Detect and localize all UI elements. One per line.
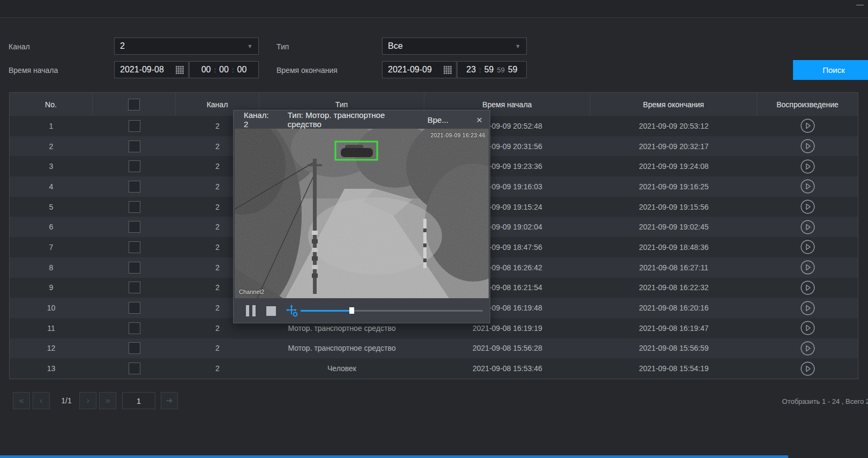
row-end-time: 2021-09-09 19:16:25 xyxy=(590,176,757,197)
row-play-button[interactable] xyxy=(800,159,815,174)
row-end-time: 2021-09-09 18:48:36 xyxy=(590,237,757,257)
next-page-button[interactable]: › xyxy=(79,392,96,409)
row-play-button[interactable] xyxy=(800,220,815,234)
type-label: Тип xyxy=(276,42,289,51)
row-checkbox[interactable] xyxy=(129,160,140,172)
type-select-value: Все xyxy=(388,41,403,51)
row-checkbox[interactable] xyxy=(129,120,140,132)
bottom-progress-bar xyxy=(0,455,788,458)
progress-handle[interactable] xyxy=(349,307,354,314)
row-number: 7 xyxy=(10,237,93,257)
start-seconds: 00 xyxy=(237,65,247,75)
start-date-value: 2021-09-08 xyxy=(120,65,164,75)
chevron-down-icon: ▼ xyxy=(515,43,521,49)
row-checkbox[interactable] xyxy=(129,241,140,253)
row-checkbox[interactable] xyxy=(129,342,140,354)
row-channel: 2 xyxy=(176,358,259,379)
header-playback: Воспроизведение xyxy=(757,93,858,116)
row-checkbox[interactable] xyxy=(129,201,140,213)
progress-fill xyxy=(301,310,351,312)
table-row[interactable]: 122Мотор. транспортное средство2021-09-0… xyxy=(10,338,858,359)
time-separator: : xyxy=(232,66,234,74)
smart-track-icon[interactable] xyxy=(286,305,299,317)
row-number: 2 xyxy=(10,136,93,157)
row-number: 1 xyxy=(10,116,93,136)
row-number: 9 xyxy=(10,278,93,298)
time-separator: 59 xyxy=(497,66,504,74)
stop-button[interactable] xyxy=(266,306,276,316)
row-checkbox[interactable] xyxy=(129,262,140,274)
row-start-time: 2021-09-08 15:56:28 xyxy=(424,338,590,359)
minimize-icon[interactable]: — xyxy=(856,0,864,9)
channel-select-value: 2 xyxy=(120,41,125,51)
row-checkbox[interactable] xyxy=(129,221,140,233)
end-time-field[interactable]: 23:595959 xyxy=(457,61,527,78)
header-no: No. xyxy=(10,93,93,116)
row-end-time: 2021-09-09 19:02:45 xyxy=(590,217,757,237)
pause-button[interactable] xyxy=(246,305,256,316)
chevron-down-icon: ▼ xyxy=(247,43,253,49)
row-play-button[interactable] xyxy=(800,179,815,194)
video-preview-popup: Канал: 2 Тип: Мотор. транспортное средст… xyxy=(233,110,490,323)
row-end-time: 2021-09-08 16:20:16 xyxy=(590,298,757,318)
row-checkbox[interactable] xyxy=(129,181,140,193)
go-to-page-button[interactable]: ➜ xyxy=(161,392,178,409)
row-play-button[interactable] xyxy=(800,139,815,153)
row-start-time: 2021-09-08 15:53:46 xyxy=(424,358,590,379)
start-hours: 00 xyxy=(201,65,211,75)
row-play-button[interactable] xyxy=(800,200,815,214)
row-play-button[interactable] xyxy=(800,301,815,315)
row-end-time: 2021-09-08 16:22:32 xyxy=(590,278,757,298)
progress-slider[interactable] xyxy=(301,310,483,312)
row-number: 12 xyxy=(10,338,93,359)
start-date-field[interactable]: 2021-09-08 xyxy=(114,61,189,78)
video-osd-channel: Channel2 xyxy=(239,289,264,295)
row-end-time: 2021-09-08 15:56:59 xyxy=(590,338,757,359)
start-minutes: 00 xyxy=(219,65,229,75)
select-all-checkbox[interactable] xyxy=(128,99,140,110)
popup-title-type: Тип: Мотор. транспортное средство xyxy=(288,110,414,129)
row-end-time: 2021-09-09 19:15:56 xyxy=(590,197,757,217)
row-type: Человек xyxy=(259,358,424,379)
end-date-field[interactable]: 2021-09-09 xyxy=(382,61,457,78)
search-button[interactable]: Поиск xyxy=(793,60,868,80)
row-play-button[interactable] xyxy=(800,361,815,376)
results-summary: Отобразить 1 - 24 , Всего 2 xyxy=(782,397,868,405)
row-play-button[interactable] xyxy=(800,321,815,335)
row-number: 4 xyxy=(10,176,93,197)
row-type: Мотор. транспортное средство xyxy=(259,338,424,359)
row-play-button[interactable] xyxy=(800,240,815,254)
time-separator: : xyxy=(479,66,481,74)
popup-titlebar: Канал: 2 Тип: Мотор. транспортное средст… xyxy=(234,110,490,129)
row-checkbox[interactable] xyxy=(129,141,140,152)
page-number-input[interactable] xyxy=(122,392,155,409)
row-number: 5 xyxy=(10,197,93,217)
row-checkbox[interactable] xyxy=(129,282,140,293)
row-number: 3 xyxy=(10,156,93,176)
row-number: 10 xyxy=(10,298,93,318)
type-select[interactable]: Все ▼ xyxy=(382,38,527,55)
channel-select[interactable]: 2 ▼ xyxy=(114,38,259,55)
row-play-button[interactable] xyxy=(800,280,815,295)
row-checkbox[interactable] xyxy=(129,302,140,314)
row-channel: 2 xyxy=(176,338,259,359)
video-frame[interactable]: 2021-09-09 16:23:46 Channel2 xyxy=(235,129,489,298)
row-end-time: 2021-09-08 16:27:11 xyxy=(590,257,757,278)
row-end-time: 2021-09-08 16:19:47 xyxy=(590,318,757,338)
camera-scene xyxy=(235,129,489,298)
player-controls xyxy=(234,298,490,323)
row-checkbox[interactable] xyxy=(129,363,140,374)
first-page-button[interactable]: « xyxy=(13,392,30,409)
prev-page-button[interactable]: ‹ xyxy=(33,392,50,409)
row-play-button[interactable] xyxy=(800,341,815,356)
last-page-button[interactable]: » xyxy=(99,392,116,409)
row-play-button[interactable] xyxy=(800,119,815,133)
end-seconds: 59 xyxy=(508,65,518,75)
close-icon[interactable]: × xyxy=(476,115,482,125)
table-row[interactable]: 132Человек2021-09-08 15:53:462021-09-08 … xyxy=(10,358,858,379)
row-play-button[interactable] xyxy=(800,260,815,275)
row-checkbox[interactable] xyxy=(129,322,140,334)
header-end-time: Время окончания xyxy=(590,93,757,116)
row-number: 13 xyxy=(10,358,93,379)
start-time-field[interactable]: 00:00:00 xyxy=(189,61,259,78)
